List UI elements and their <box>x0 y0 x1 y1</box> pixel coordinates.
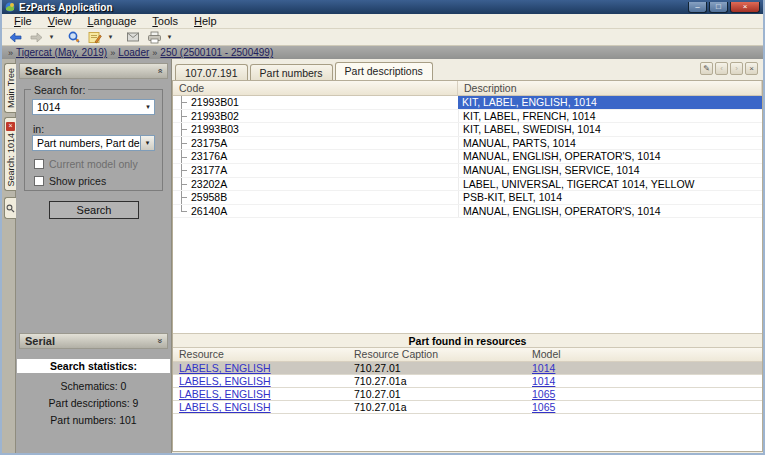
collapse-down-icon[interactable]: » <box>154 338 164 343</box>
history-dropdown-icon[interactable]: ▾ <box>47 33 56 41</box>
search-button-toolbar[interactable] <box>64 29 84 45</box>
part-descriptions-pane: Code Description 21993B01 KIT, LABEL, EN… <box>172 80 763 452</box>
resource-caption: 710.27.01 <box>348 388 526 400</box>
table-row[interactable]: 25958B PSB-KIT, BELT, 1014 <box>173 191 762 205</box>
serial-panel-header[interactable]: Serial » <box>19 333 168 349</box>
show-prices-label: Show prices <box>49 175 106 187</box>
breadcrumb-category[interactable]: Loader <box>118 47 149 58</box>
app-icon <box>5 2 15 12</box>
resources-table-header: Resource Resource Caption Model <box>173 348 762 362</box>
email-icon <box>126 31 140 43</box>
breadcrumb-catalog[interactable]: Tigercat (May, 2019) <box>16 47 107 58</box>
part-code: 23175A <box>191 137 227 150</box>
chevron-down-icon[interactable]: ▾ <box>142 103 154 111</box>
sidebar-tab-search[interactable]: × Search: 1014 <box>4 117 16 191</box>
back-button[interactable] <box>5 29 25 45</box>
search-button[interactable]: Search <box>49 201 139 219</box>
resource-link[interactable]: LABELS, ENGLISH <box>179 362 271 374</box>
part-description: MANUAL, ENGLISH, OPERATOR'S, 1014 <box>458 150 762 163</box>
tab-controls: ✎ ‹ › × <box>700 62 758 75</box>
scroll-tabs-right-button[interactable]: › <box>730 62 743 75</box>
forward-button[interactable] <box>26 29 46 45</box>
tab-schematic[interactable]: 107.07.191 <box>175 64 248 80</box>
model-link[interactable]: 1014 <box>532 375 555 387</box>
resource-link[interactable]: LABELS, ENGLISH <box>179 375 271 387</box>
menu-help[interactable]: Help <box>186 15 225 27</box>
main-tree-tab-label: Main Tree <box>6 68 16 108</box>
table-row[interactable]: 21993B01 KIT, LABEL, ENGLISH, 1014 <box>173 96 762 110</box>
part-description: KIT, LABEL, FRENCH, 1014 <box>458 110 762 123</box>
resource-link[interactable]: LABELS, ENGLISH <box>179 388 271 400</box>
table-row[interactable]: 21993B03 KIT, LABEL, SWEDISH, 1014 <box>173 123 762 137</box>
table-row[interactable]: 23176A MANUAL, ENGLISH, OPERATOR'S, 1014 <box>173 150 762 164</box>
resource-link[interactable]: LABELS, ENGLISH <box>179 401 271 413</box>
print-dropdown-icon[interactable]: ▾ <box>165 33 174 41</box>
parts-table-header: Code Description <box>173 81 762 96</box>
pencil-icon[interactable]: ✎ <box>700 62 713 75</box>
table-row[interactable]: 23175A MANUAL, PARTS, 1014 <box>173 137 762 151</box>
menu-file[interactable]: File <box>6 15 40 27</box>
search-query-value: 1014 <box>33 101 142 113</box>
current-model-label: Current model only <box>49 158 138 170</box>
column-header-resource[interactable]: Resource <box>173 348 348 361</box>
menu-view[interactable]: View <box>40 15 80 27</box>
annotate-button[interactable] <box>85 29 105 45</box>
resource-row[interactable]: LABELS, ENGLISH 710.27.01 1014 <box>173 362 762 375</box>
table-row[interactable]: 26140A MANUAL, ENGLISH, OPERATOR'S, 1014 <box>173 205 762 219</box>
model-link[interactable]: 1065 <box>532 401 555 413</box>
close-tab-button[interactable]: × <box>745 62 758 75</box>
table-row[interactable]: 21993B02 KIT, LABEL, FRENCH, 1014 <box>173 110 762 124</box>
table-row[interactable]: 23177A MANUAL, ENGLISH, SERVICE, 1014 <box>173 164 762 178</box>
print-button[interactable] <box>144 29 164 45</box>
model-link[interactable]: 1014 <box>532 362 555 374</box>
tab-part-descriptions[interactable]: Part descriptions <box>335 62 433 80</box>
search-query-combo[interactable]: 1014 ▾ <box>32 99 155 115</box>
resource-caption: 710.27.01 <box>348 362 526 374</box>
search-icon <box>67 31 81 44</box>
resource-row[interactable]: LABELS, ENGLISH 710.27.01a 1014 <box>173 375 762 388</box>
resources-section-title: Part found in resources <box>173 333 762 348</box>
column-header-description[interactable]: Description <box>458 81 762 95</box>
maximize-button[interactable]: □ <box>709 2 728 13</box>
annotate-dropdown-icon[interactable]: ▾ <box>106 33 115 41</box>
part-description: MANUAL, ENGLISH, SERVICE, 1014 <box>458 164 762 177</box>
menu-language[interactable]: Language <box>79 15 144 27</box>
chevron-down-icon[interactable]: ▾ <box>140 136 154 150</box>
tree-branch-icon <box>177 205 191 218</box>
search-panel-header[interactable]: Search » <box>19 63 168 79</box>
part-description: KIT, LABEL, ENGLISH, 1014 <box>458 96 762 109</box>
sidebar-tab-main-tree[interactable]: Main Tree <box>4 63 16 113</box>
stat-schematics: Schematics: 0 <box>16 380 171 392</box>
search-scope-combo[interactable]: Part numbers, Part descriptio... ▾ <box>32 135 155 151</box>
current-model-checkbox[interactable] <box>34 159 44 169</box>
breadcrumb-model[interactable]: 250 (2500101 - 2500499) <box>160 47 273 58</box>
column-header-code[interactable]: Code <box>173 81 458 95</box>
search-for-label: Search for: <box>31 84 88 96</box>
resource-caption: 710.27.01a <box>348 375 526 387</box>
model-link[interactable]: 1065 <box>532 388 555 400</box>
collapse-up-icon[interactable]: » <box>154 68 164 73</box>
part-description: LABEL, UNIVERSAL, TIGERCAT 1014, YELLOW <box>458 178 762 191</box>
close-button[interactable]: × <box>730 2 760 13</box>
show-prices-checkbox[interactable] <box>34 176 44 186</box>
email-button[interactable] <box>123 29 143 45</box>
table-row[interactable]: 23202A LABEL, UNIVERSAL, TIGERCAT 1014, … <box>173 178 762 192</box>
resource-caption: 710.27.01a <box>348 401 526 413</box>
main-area: 107.07.191 Part numbers Part description… <box>172 59 763 453</box>
breadcrumb-arrow-icon: » <box>8 48 13 58</box>
column-header-model[interactable]: Model <box>526 348 762 361</box>
part-code: 21993B01 <box>191 96 239 109</box>
column-header-resource-caption[interactable]: Resource Caption <box>348 348 526 361</box>
part-description: MANUAL, ENGLISH, OPERATOR'S, 1014 <box>458 205 762 218</box>
part-code: 23176A <box>191 150 227 163</box>
resource-row[interactable]: LABELS, ENGLISH 710.27.01 1065 <box>173 388 762 401</box>
scroll-tabs-left-button[interactable]: ‹ <box>715 62 728 75</box>
minimize-button[interactable]: – <box>688 2 707 13</box>
tab-part-numbers[interactable]: Part numbers <box>250 64 333 80</box>
sidebar-tab-search-icon[interactable] <box>4 197 16 219</box>
current-model-row: Current model only <box>34 158 138 170</box>
magnifier-icon <box>6 204 15 213</box>
menu-tools[interactable]: Tools <box>144 15 186 27</box>
close-search-tab-icon[interactable]: × <box>6 122 15 131</box>
resource-row[interactable]: LABELS, ENGLISH 710.27.01a 1065 <box>173 401 762 414</box>
